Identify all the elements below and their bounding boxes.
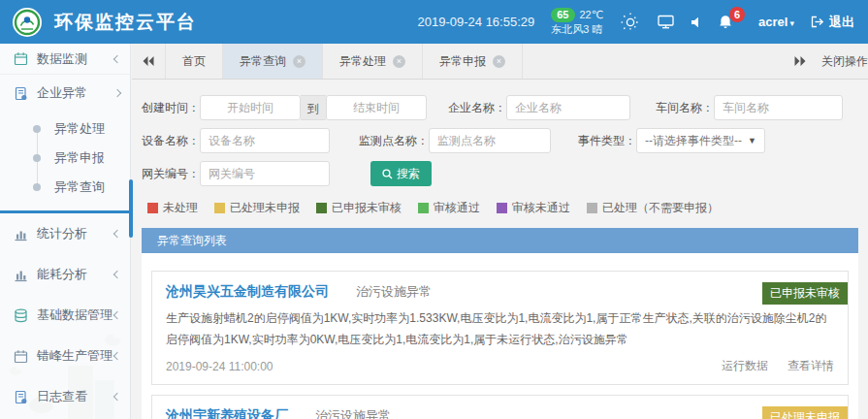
bar-chart-icon — [14, 227, 28, 242]
chevron-left-icon — [113, 352, 121, 360]
legend-color-swatch — [316, 203, 327, 213]
tab-abnormal-declare[interactable]: 异常申报 × — [423, 44, 523, 79]
sidebar-item-label: 基础数据管理 — [37, 306, 113, 324]
bullet-dot-icon — [33, 183, 41, 191]
legend-color-swatch — [497, 203, 507, 213]
sidebar-submenu: 异常处理 异常申报 异常查询 — [0, 112, 130, 210]
sidebar-item-enterprise-abnormal[interactable]: 企业异常 — [0, 75, 130, 112]
tab-home[interactable]: 首页 — [165, 44, 223, 79]
aqi-badge: 65 — [551, 8, 574, 22]
sidebar: 数据监测 企业异常 异常处理 异常申报 异常查询 — [0, 44, 131, 419]
temperature-label: 22℃ — [580, 8, 604, 22]
sidebar-item-label: 企业异常 — [37, 84, 87, 102]
sidebar-subitem-abnormal-handling[interactable]: 异常处理 — [0, 114, 130, 144]
app-header: 环保监控云平台 2019-09-24 16:55:29 65 22℃ 东北风3 … — [0, 0, 868, 44]
legend-item: 审核未通过 — [497, 200, 570, 216]
legend-label: 审核通过 — [434, 200, 480, 216]
event-type-select[interactable]: --请选择事件类型-- ▼ — [636, 128, 765, 153]
company-link[interactable]: 沧州昊兴五金制造有限公司 — [166, 283, 329, 301]
search-form-row-1: 创建时间： 到 企业名称： 车间名称： — [140, 95, 858, 120]
logout-label: 退出 — [829, 14, 854, 31]
calendar-icon — [14, 51, 28, 66]
event-type-text: 治污设施异常 — [315, 407, 391, 419]
bar-chart-icon — [14, 268, 28, 282]
abnormal-record-card: 沧州宇新养殖设备厂 治污设施异常 已处理未申报 生产设施挤出机2的启停阀值为1K… — [151, 395, 849, 419]
scrollbar-thumb[interactable] — [129, 179, 133, 238]
legend-color-swatch — [587, 203, 597, 213]
event-type-text: 治污设施异常 — [356, 283, 432, 301]
sidebar-item-statistics[interactable]: 统计分析 — [0, 213, 130, 254]
chevron-left-icon — [113, 271, 121, 278]
search-button[interactable]: 搜索 — [370, 161, 432, 186]
sidebar-item-basic-data[interactable]: 基础数据管理 — [0, 295, 130, 336]
card-footer: 2019-09-24 11:00:00 运行数据 查看详情 — [166, 358, 834, 374]
tab-abnormal-query[interactable]: 异常查询 × — [223, 44, 323, 79]
company-name-input[interactable] — [506, 95, 630, 120]
workshop-name-input[interactable] — [714, 95, 843, 120]
legend-label: 未处理 — [163, 200, 198, 216]
card-title-row: 沧州宇新养殖设备厂 治污设施异常 — [166, 407, 834, 419]
speaker-icon[interactable] — [691, 16, 702, 28]
tab-abnormal-handling[interactable]: 异常处理 × — [323, 44, 423, 79]
legend-label: 已处理未申报 — [230, 200, 300, 216]
close-icon[interactable]: × — [293, 55, 305, 68]
start-time-input[interactable] — [200, 95, 301, 120]
sidebar-item-energy-analysis[interactable]: 能耗分析 — [0, 254, 130, 295]
legend-item: 审核通过 — [418, 200, 480, 216]
chevron-down-icon — [113, 89, 121, 97]
wind-label: 东北风3 晴 — [551, 23, 602, 35]
header-right-cluster: 2019-09-24 16:55:29 65 22℃ 东北风3 晴 — [418, 8, 854, 37]
sidebar-item-data-monitoring[interactable]: 数据监测 — [0, 44, 130, 75]
chevron-left-icon — [113, 311, 121, 319]
abnormal-description: 生产设施射蜡机2的启停阀值为1KW,实时功率为1.533KW,电压变比为1,电流… — [166, 308, 834, 350]
sidebar-subitem-label: 异常申报 — [54, 150, 105, 165]
company-link[interactable]: 沧州宇新养殖设备厂 — [166, 407, 288, 419]
gateway-number-input[interactable] — [200, 161, 330, 186]
sidebar-item-log-view[interactable]: 日志查看 — [0, 376, 130, 417]
record-timestamp: 2019-09-24 11:00:00 — [166, 360, 273, 373]
tab-label: 首页 — [182, 53, 206, 70]
user-menu[interactable]: acrel▾ — [758, 15, 794, 29]
sidebar-item-staggered-production[interactable]: 错峰生产管理 — [0, 336, 130, 376]
device-name-label: 设备名称： — [140, 133, 200, 149]
tab-label: 异常处理 — [339, 53, 386, 70]
tabs-scroll-right-icon[interactable] — [794, 56, 806, 66]
bullet-dot-icon — [33, 154, 41, 162]
main-area: 首页 异常查询 × 异常处理 × 异常申报 × 关闭操作 创建时间： 到 — [132, 44, 868, 419]
legend-item: 未处理 — [147, 200, 198, 216]
logout-icon — [811, 16, 824, 28]
device-name-input[interactable] — [200, 128, 330, 153]
panel-title: 异常查询列表 — [142, 228, 858, 253]
datetime-display: 2019-09-24 16:55:29 — [418, 15, 535, 29]
close-icon[interactable]: × — [393, 55, 405, 68]
chevron-left-icon — [113, 230, 121, 238]
tab-label: 异常申报 — [439, 53, 486, 70]
monitor-point-input[interactable] — [429, 128, 551, 153]
tabs-scroll-left-icon[interactable] — [132, 44, 165, 79]
monitor-point-label: 监测点名称： — [347, 133, 429, 149]
search-icon — [382, 169, 393, 179]
bell-icon[interactable]: 6 — [719, 15, 732, 29]
workshop-name-label: 车间名称： — [646, 100, 714, 116]
legend-item: 已处理（不需要申报） — [587, 200, 719, 216]
legend-color-swatch — [214, 203, 225, 213]
running-data-link[interactable]: 运行数据 — [722, 358, 768, 374]
sidebar-subitem-abnormal-declare[interactable]: 异常申报 — [0, 144, 130, 173]
search-form-row-2: 设备名称： 监测点名称： 事件类型： --请选择事件类型-- ▼ — [140, 128, 858, 153]
close-operations-menu[interactable]: 关闭操作 — [821, 53, 868, 70]
tab-label: 异常查询 — [240, 53, 286, 70]
card-title-row: 沧州昊兴五金制造有限公司 治污设施异常 — [166, 283, 834, 301]
tab-bar-right: 关闭操作 — [794, 44, 868, 79]
legend-item: 已处理未申报 — [214, 200, 300, 216]
monitor-icon[interactable] — [658, 15, 674, 29]
document-icon — [14, 390, 28, 404]
sidebar-subitem-abnormal-query[interactable]: 异常查询 — [0, 173, 130, 202]
close-icon[interactable]: × — [493, 55, 505, 68]
event-type-label: 事件类型： — [572, 133, 636, 149]
logout-button[interactable]: 退出 — [811, 14, 854, 31]
chevron-left-icon — [113, 393, 121, 401]
bullet-dot-icon — [33, 125, 41, 133]
view-details-link[interactable]: 查看详情 — [788, 358, 834, 374]
legend-label: 已申报未审核 — [332, 200, 402, 216]
end-time-input[interactable] — [326, 95, 427, 120]
